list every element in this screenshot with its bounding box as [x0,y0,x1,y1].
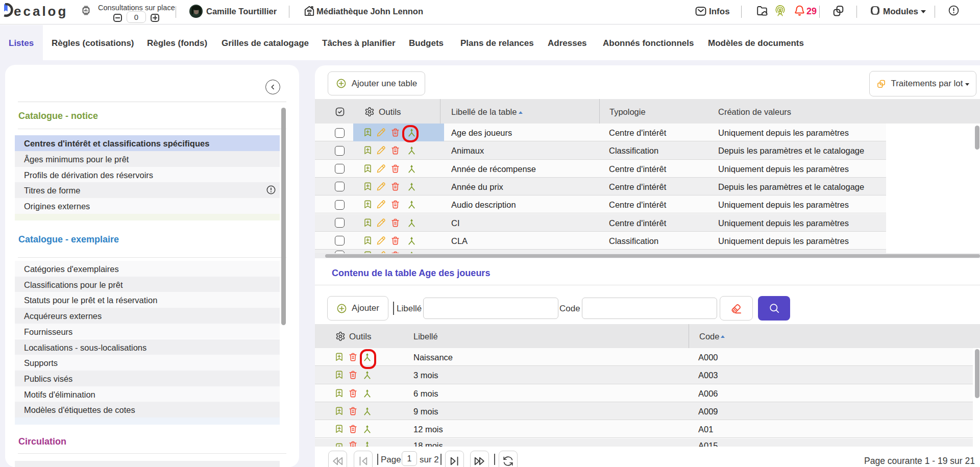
svg-text:ecalog: ecalog [14,4,67,19]
